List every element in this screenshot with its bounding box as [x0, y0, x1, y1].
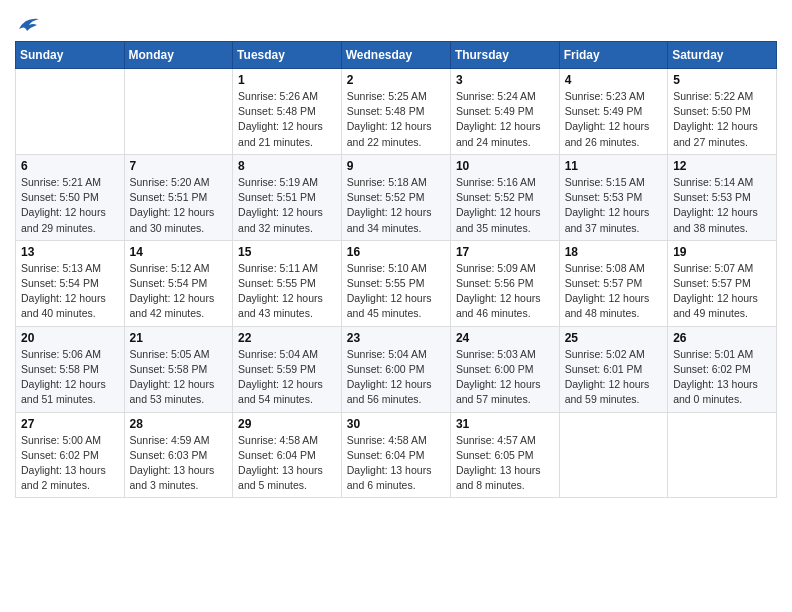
day-number: 31 [456, 417, 554, 431]
calendar-cell: 17Sunrise: 5:09 AMSunset: 5:56 PMDayligh… [450, 240, 559, 326]
calendar-week-row: 1Sunrise: 5:26 AMSunset: 5:48 PMDaylight… [16, 69, 777, 155]
day-info: Sunrise: 5:07 AMSunset: 5:57 PMDaylight:… [673, 261, 771, 322]
calendar-cell: 5Sunrise: 5:22 AMSunset: 5:50 PMDaylight… [668, 69, 777, 155]
day-number: 3 [456, 73, 554, 87]
calendar-cell: 31Sunrise: 4:57 AMSunset: 6:05 PMDayligh… [450, 412, 559, 498]
day-number: 17 [456, 245, 554, 259]
day-number: 8 [238, 159, 336, 173]
calendar-week-row: 20Sunrise: 5:06 AMSunset: 5:58 PMDayligh… [16, 326, 777, 412]
day-number: 20 [21, 331, 119, 345]
day-info: Sunrise: 5:06 AMSunset: 5:58 PMDaylight:… [21, 347, 119, 408]
day-number: 14 [130, 245, 228, 259]
header [15, 10, 777, 33]
calendar-cell: 8Sunrise: 5:19 AMSunset: 5:51 PMDaylight… [233, 154, 342, 240]
weekday-header: Tuesday [233, 42, 342, 69]
weekday-header: Wednesday [341, 42, 450, 69]
day-info: Sunrise: 5:12 AMSunset: 5:54 PMDaylight:… [130, 261, 228, 322]
day-info: Sunrise: 4:59 AMSunset: 6:03 PMDaylight:… [130, 433, 228, 494]
day-info: Sunrise: 5:01 AMSunset: 6:02 PMDaylight:… [673, 347, 771, 408]
calendar-cell [668, 412, 777, 498]
day-info: Sunrise: 5:11 AMSunset: 5:55 PMDaylight:… [238, 261, 336, 322]
weekday-row: SundayMondayTuesdayWednesdayThursdayFrid… [16, 42, 777, 69]
calendar-cell: 12Sunrise: 5:14 AMSunset: 5:53 PMDayligh… [668, 154, 777, 240]
day-info: Sunrise: 5:25 AMSunset: 5:48 PMDaylight:… [347, 89, 445, 150]
day-info: Sunrise: 5:08 AMSunset: 5:57 PMDaylight:… [565, 261, 663, 322]
calendar-cell: 4Sunrise: 5:23 AMSunset: 5:49 PMDaylight… [559, 69, 668, 155]
calendar-cell: 2Sunrise: 5:25 AMSunset: 5:48 PMDaylight… [341, 69, 450, 155]
calendar-body: 1Sunrise: 5:26 AMSunset: 5:48 PMDaylight… [16, 69, 777, 498]
calendar-header: SundayMondayTuesdayWednesdayThursdayFrid… [16, 42, 777, 69]
weekday-header: Saturday [668, 42, 777, 69]
day-number: 29 [238, 417, 336, 431]
weekday-header: Sunday [16, 42, 125, 69]
day-number: 5 [673, 73, 771, 87]
day-info: Sunrise: 5:15 AMSunset: 5:53 PMDaylight:… [565, 175, 663, 236]
calendar-cell: 10Sunrise: 5:16 AMSunset: 5:52 PMDayligh… [450, 154, 559, 240]
day-number: 15 [238, 245, 336, 259]
day-info: Sunrise: 5:02 AMSunset: 6:01 PMDaylight:… [565, 347, 663, 408]
day-number: 21 [130, 331, 228, 345]
day-info: Sunrise: 5:22 AMSunset: 5:50 PMDaylight:… [673, 89, 771, 150]
calendar-cell: 24Sunrise: 5:03 AMSunset: 6:00 PMDayligh… [450, 326, 559, 412]
day-info: Sunrise: 5:09 AMSunset: 5:56 PMDaylight:… [456, 261, 554, 322]
day-number: 18 [565, 245, 663, 259]
calendar-cell: 29Sunrise: 4:58 AMSunset: 6:04 PMDayligh… [233, 412, 342, 498]
day-info: Sunrise: 5:04 AMSunset: 6:00 PMDaylight:… [347, 347, 445, 408]
day-info: Sunrise: 5:21 AMSunset: 5:50 PMDaylight:… [21, 175, 119, 236]
day-number: 12 [673, 159, 771, 173]
day-number: 26 [673, 331, 771, 345]
day-number: 28 [130, 417, 228, 431]
day-number: 9 [347, 159, 445, 173]
calendar-cell: 22Sunrise: 5:04 AMSunset: 5:59 PMDayligh… [233, 326, 342, 412]
calendar-week-row: 27Sunrise: 5:00 AMSunset: 6:02 PMDayligh… [16, 412, 777, 498]
day-info: Sunrise: 5:13 AMSunset: 5:54 PMDaylight:… [21, 261, 119, 322]
calendar-cell: 1Sunrise: 5:26 AMSunset: 5:48 PMDaylight… [233, 69, 342, 155]
day-number: 30 [347, 417, 445, 431]
calendar-cell: 13Sunrise: 5:13 AMSunset: 5:54 PMDayligh… [16, 240, 125, 326]
day-number: 27 [21, 417, 119, 431]
calendar-cell: 21Sunrise: 5:05 AMSunset: 5:58 PMDayligh… [124, 326, 233, 412]
calendar-cell: 19Sunrise: 5:07 AMSunset: 5:57 PMDayligh… [668, 240, 777, 326]
weekday-header: Friday [559, 42, 668, 69]
day-number: 19 [673, 245, 771, 259]
day-info: Sunrise: 5:18 AMSunset: 5:52 PMDaylight:… [347, 175, 445, 236]
day-number: 13 [21, 245, 119, 259]
day-number: 22 [238, 331, 336, 345]
calendar-cell: 26Sunrise: 5:01 AMSunset: 6:02 PMDayligh… [668, 326, 777, 412]
calendar-cell: 20Sunrise: 5:06 AMSunset: 5:58 PMDayligh… [16, 326, 125, 412]
calendar-cell: 18Sunrise: 5:08 AMSunset: 5:57 PMDayligh… [559, 240, 668, 326]
day-info: Sunrise: 5:00 AMSunset: 6:02 PMDaylight:… [21, 433, 119, 494]
calendar-cell: 16Sunrise: 5:10 AMSunset: 5:55 PMDayligh… [341, 240, 450, 326]
calendar-week-row: 6Sunrise: 5:21 AMSunset: 5:50 PMDaylight… [16, 154, 777, 240]
logo [15, 15, 39, 33]
day-number: 4 [565, 73, 663, 87]
day-number: 11 [565, 159, 663, 173]
calendar-cell [124, 69, 233, 155]
calendar-cell: 28Sunrise: 4:59 AMSunset: 6:03 PMDayligh… [124, 412, 233, 498]
calendar-cell: 3Sunrise: 5:24 AMSunset: 5:49 PMDaylight… [450, 69, 559, 155]
calendar-cell: 15Sunrise: 5:11 AMSunset: 5:55 PMDayligh… [233, 240, 342, 326]
day-info: Sunrise: 5:23 AMSunset: 5:49 PMDaylight:… [565, 89, 663, 150]
day-info: Sunrise: 5:03 AMSunset: 6:00 PMDaylight:… [456, 347, 554, 408]
day-number: 6 [21, 159, 119, 173]
day-number: 1 [238, 73, 336, 87]
calendar-cell: 11Sunrise: 5:15 AMSunset: 5:53 PMDayligh… [559, 154, 668, 240]
day-info: Sunrise: 5:16 AMSunset: 5:52 PMDaylight:… [456, 175, 554, 236]
calendar-cell: 25Sunrise: 5:02 AMSunset: 6:01 PMDayligh… [559, 326, 668, 412]
day-number: 25 [565, 331, 663, 345]
day-info: Sunrise: 5:14 AMSunset: 5:53 PMDaylight:… [673, 175, 771, 236]
day-info: Sunrise: 4:58 AMSunset: 6:04 PMDaylight:… [347, 433, 445, 494]
day-info: Sunrise: 4:57 AMSunset: 6:05 PMDaylight:… [456, 433, 554, 494]
day-info: Sunrise: 4:58 AMSunset: 6:04 PMDaylight:… [238, 433, 336, 494]
calendar-cell: 9Sunrise: 5:18 AMSunset: 5:52 PMDaylight… [341, 154, 450, 240]
day-number: 16 [347, 245, 445, 259]
calendar-cell: 7Sunrise: 5:20 AMSunset: 5:51 PMDaylight… [124, 154, 233, 240]
calendar-cell: 6Sunrise: 5:21 AMSunset: 5:50 PMDaylight… [16, 154, 125, 240]
calendar-week-row: 13Sunrise: 5:13 AMSunset: 5:54 PMDayligh… [16, 240, 777, 326]
weekday-header: Thursday [450, 42, 559, 69]
calendar-cell: 30Sunrise: 4:58 AMSunset: 6:04 PMDayligh… [341, 412, 450, 498]
day-info: Sunrise: 5:20 AMSunset: 5:51 PMDaylight:… [130, 175, 228, 236]
day-number: 10 [456, 159, 554, 173]
day-info: Sunrise: 5:05 AMSunset: 5:58 PMDaylight:… [130, 347, 228, 408]
day-number: 7 [130, 159, 228, 173]
